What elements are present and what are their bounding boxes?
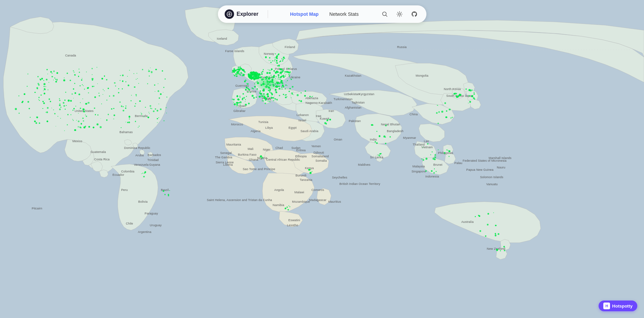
brand-label: Hotspotty	[612, 304, 633, 309]
brand-badge: H Hotspotty	[599, 301, 637, 311]
nav-divider	[268, 10, 268, 18]
brand-icon: H	[603, 303, 610, 309]
svg-line-5	[386, 15, 387, 17]
nav-icons	[379, 9, 420, 19]
nav-hotspot-map[interactable]: Hotspot Map	[286, 9, 324, 19]
app-title: Explorer	[237, 11, 259, 17]
nav-logo: Explorer	[225, 9, 259, 19]
navbar: Explorer Hotspot Map Network Stats	[218, 5, 426, 23]
svg-point-6	[399, 13, 401, 15]
github-button[interactable]	[409, 9, 420, 19]
settings-button[interactable]	[394, 9, 405, 19]
world-map-svg	[0, 0, 644, 318]
nav-network-stats[interactable]: Network Stats	[325, 9, 363, 19]
search-button[interactable]	[379, 9, 390, 19]
nav-links: Hotspot Map Network Stats	[275, 9, 374, 19]
svg-point-4	[382, 12, 386, 16]
app-logo-icon	[225, 9, 234, 19]
map-container[interactable]: IcelandCanadaRussiaUnited StatesMexicoBr…	[0, 0, 644, 318]
